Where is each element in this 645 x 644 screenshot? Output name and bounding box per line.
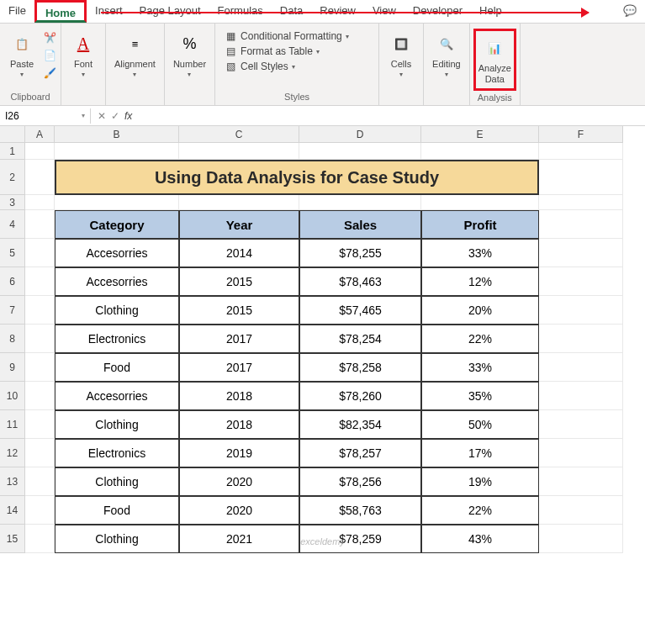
row-header[interactable]: 15	[0, 525, 25, 553]
table-cell[interactable]: $78,256	[299, 467, 421, 496]
table-cell[interactable]: 43%	[421, 525, 539, 553]
col-header[interactable]: B	[55, 126, 179, 143]
cell[interactable]	[539, 195, 623, 210]
cell[interactable]	[539, 325, 623, 353]
cell[interactable]	[539, 353, 623, 382]
table-cell[interactable]: Food	[55, 496, 179, 525]
row-header[interactable]: 6	[0, 267, 25, 296]
paste-button[interactable]: 📋 Paste	[3, 29, 40, 80]
copy-button[interactable]: 📄	[42, 48, 57, 63]
cell[interactable]	[539, 267, 623, 296]
cell[interactable]	[25, 467, 55, 496]
alignment-dropdown[interactable]: ≡ Alignment	[109, 29, 161, 80]
tab-file[interactable]: File	[0, 0, 34, 23]
cell[interactable]	[539, 525, 623, 553]
row-header[interactable]: 14	[0, 496, 25, 525]
table-cell[interactable]: $57,465	[299, 296, 421, 325]
table-cell[interactable]: 2020	[179, 467, 299, 496]
formula-input[interactable]	[139, 114, 645, 118]
cell[interactable]	[539, 439, 623, 467]
tab-home[interactable]: Home	[34, 0, 87, 23]
cell[interactable]	[25, 239, 55, 267]
cell[interactable]	[25, 353, 55, 382]
row-header[interactable]: 1	[0, 143, 25, 160]
cell[interactable]	[25, 143, 55, 160]
table-cell[interactable]: Clothing	[55, 467, 179, 496]
col-header[interactable]: E	[421, 126, 539, 143]
cell[interactable]	[25, 267, 55, 296]
cell[interactable]	[539, 143, 623, 160]
conditional-formatting-button[interactable]: ▦Conditional Formatting	[224, 30, 349, 42]
cell[interactable]	[25, 410, 55, 439]
table-cell[interactable]: $78,260	[299, 382, 421, 410]
table-cell[interactable]: 22%	[421, 325, 539, 353]
table-cell[interactable]: 2018	[179, 382, 299, 410]
cell[interactable]	[25, 160, 55, 195]
table-cell[interactable]: Accesorries	[55, 382, 179, 410]
format-painter-button[interactable]: 🖌️	[42, 66, 57, 81]
table-cell[interactable]: 19%	[421, 467, 539, 496]
table-cell[interactable]: 2015	[179, 267, 299, 296]
comments-icon[interactable]: 💬	[615, 0, 645, 23]
cell-styles-button[interactable]: ▧Cell Styles	[224, 61, 349, 72]
cell[interactable]	[539, 467, 623, 496]
row-header[interactable]: 9	[0, 353, 25, 382]
cell[interactable]	[421, 195, 539, 210]
table-cell[interactable]: 2014	[179, 239, 299, 267]
table-cell[interactable]: Accesorries	[55, 239, 179, 267]
number-dropdown[interactable]: % Number	[168, 29, 211, 80]
cell[interactable]	[25, 195, 55, 210]
cell[interactable]	[25, 296, 55, 325]
table-cell[interactable]: 50%	[421, 410, 539, 439]
table-cell[interactable]: Electronics	[55, 325, 179, 353]
row-header[interactable]: 4	[0, 210, 25, 239]
cut-button[interactable]: ✂️	[42, 30, 57, 45]
cell[interactable]	[539, 296, 623, 325]
table-cell[interactable]: 33%	[421, 239, 539, 267]
confirm-formula-button[interactable]: ✓	[111, 110, 119, 122]
row-header[interactable]: 10	[0, 382, 25, 410]
cell[interactable]	[25, 525, 55, 553]
cell[interactable]	[25, 496, 55, 525]
table-cell[interactable]: 2017	[179, 353, 299, 382]
table-cell[interactable]: Clothing	[55, 296, 179, 325]
table-cell[interactable]: 12%	[421, 267, 539, 296]
cells-dropdown[interactable]: 🔲 Cells	[383, 29, 420, 80]
cell[interactable]	[539, 410, 623, 439]
cell[interactable]	[421, 143, 539, 160]
cell[interactable]	[539, 496, 623, 525]
table-cell[interactable]: Electronics	[55, 439, 179, 467]
table-cell[interactable]: $78,255	[299, 239, 421, 267]
table-cell[interactable]: 2017	[179, 325, 299, 353]
table-cell[interactable]: Clothing	[55, 410, 179, 439]
cell[interactable]	[539, 210, 623, 239]
format-as-table-button[interactable]: ▤Format as Table	[224, 45, 349, 57]
cell[interactable]	[299, 195, 421, 210]
table-cell[interactable]: $82,354	[299, 410, 421, 439]
table-cell[interactable]: 2018	[179, 410, 299, 439]
row-header[interactable]: 13	[0, 467, 25, 496]
cancel-formula-button[interactable]: ✕	[98, 110, 106, 122]
col-header[interactable]: D	[299, 126, 421, 143]
cell[interactable]	[179, 195, 299, 210]
row-header[interactable]: 5	[0, 239, 25, 267]
cell[interactable]	[539, 160, 623, 195]
row-header[interactable]: 7	[0, 296, 25, 325]
row-header[interactable]: 2	[0, 160, 25, 195]
table-cell[interactable]: 20%	[421, 296, 539, 325]
table-cell[interactable]: Food	[55, 353, 179, 382]
table-cell[interactable]: 2015	[179, 296, 299, 325]
table-cell[interactable]: 35%	[421, 382, 539, 410]
cell[interactable]	[25, 382, 55, 410]
cell[interactable]	[25, 325, 55, 353]
table-cell[interactable]: 17%	[421, 439, 539, 467]
cell[interactable]	[539, 382, 623, 410]
table-cell[interactable]: 2021	[179, 525, 299, 553]
row-header[interactable]: 12	[0, 439, 25, 467]
select-all-button[interactable]	[0, 126, 25, 143]
table-cell[interactable]: $58,763	[299, 496, 421, 525]
row-header[interactable]: 8	[0, 325, 25, 353]
table-cell[interactable]: Clothing	[55, 525, 179, 553]
table-cell[interactable]: 2019	[179, 439, 299, 467]
table-cell[interactable]: 2020	[179, 496, 299, 525]
